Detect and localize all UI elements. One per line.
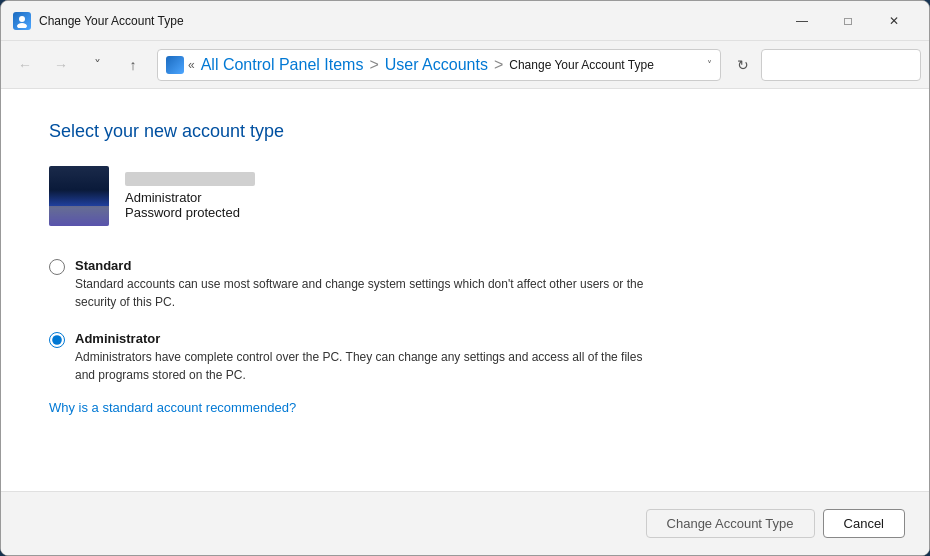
user-name-blurred (125, 172, 255, 186)
minimize-button[interactable]: — (779, 6, 825, 36)
window-title: Change Your Account Type (39, 14, 779, 28)
standard-description: Standard accounts can use most software … (75, 275, 655, 311)
section-title: Select your new account type (49, 121, 881, 142)
content-area: Select your new account type Administrat… (1, 89, 929, 555)
standard-option: Standard Standard accounts can use most … (49, 258, 881, 311)
sep2-label: > (494, 56, 503, 74)
address-bar-icon (166, 56, 184, 74)
nav-bar: ← → ˅ ↑ « All Control Panel Items > User… (1, 41, 929, 89)
search-box (761, 49, 921, 81)
svg-point-0 (19, 16, 25, 22)
cancel-button[interactable]: Cancel (823, 509, 905, 538)
up-button[interactable]: ↑ (117, 49, 149, 81)
avatar (49, 166, 109, 226)
address-bar: « All Control Panel Items > User Account… (157, 49, 721, 81)
title-bar: Change Your Account Type — □ ✕ (1, 1, 929, 41)
help-link[interactable]: Why is a standard account recommended? (49, 400, 296, 415)
path2-link[interactable]: User Accounts (385, 56, 488, 74)
back-button[interactable]: ← (9, 49, 41, 81)
avatar-image (49, 166, 109, 226)
change-account-type-button[interactable]: Change Account Type (646, 509, 815, 538)
user-status: Password protected (125, 205, 255, 220)
refresh-button[interactable]: ↻ (729, 51, 757, 79)
administrator-option: Administrator Administrators have comple… (49, 331, 881, 384)
standard-option-text: Standard Standard accounts can use most … (75, 258, 655, 311)
path1-link[interactable]: All Control Panel Items (201, 56, 364, 74)
address-dropdown-icon[interactable]: ˅ (707, 59, 712, 70)
administrator-label: Administrator (75, 331, 655, 346)
footer: Change Account Type Cancel (1, 491, 929, 555)
standard-label: Standard (75, 258, 655, 273)
search-input[interactable] (770, 58, 920, 72)
path3-label: Change Your Account Type (509, 58, 703, 72)
window: Change Your Account Type — □ ✕ ← → ˅ ↑ «… (0, 0, 930, 556)
options-section: Standard Standard accounts can use most … (49, 258, 881, 384)
main-content: Select your new account type Administrat… (1, 89, 929, 491)
window-icon (13, 12, 31, 30)
user-detail: Administrator Password protected (125, 172, 255, 220)
close-button[interactable]: ✕ (871, 6, 917, 36)
sep1-label: > (369, 56, 378, 74)
standard-radio[interactable] (49, 259, 65, 275)
user-info: Administrator Password protected (49, 166, 881, 226)
administrator-option-text: Administrator Administrators have comple… (75, 331, 655, 384)
guillemets-label: « (188, 58, 195, 72)
window-controls: — □ ✕ (779, 6, 917, 36)
administrator-description: Administrators have complete control ove… (75, 348, 655, 384)
administrator-radio[interactable] (49, 332, 65, 348)
nav-dropdown-button[interactable]: ˅ (81, 49, 113, 81)
maximize-button[interactable]: □ (825, 6, 871, 36)
svg-point-1 (17, 23, 27, 28)
user-role: Administrator (125, 190, 255, 205)
forward-button[interactable]: → (45, 49, 77, 81)
